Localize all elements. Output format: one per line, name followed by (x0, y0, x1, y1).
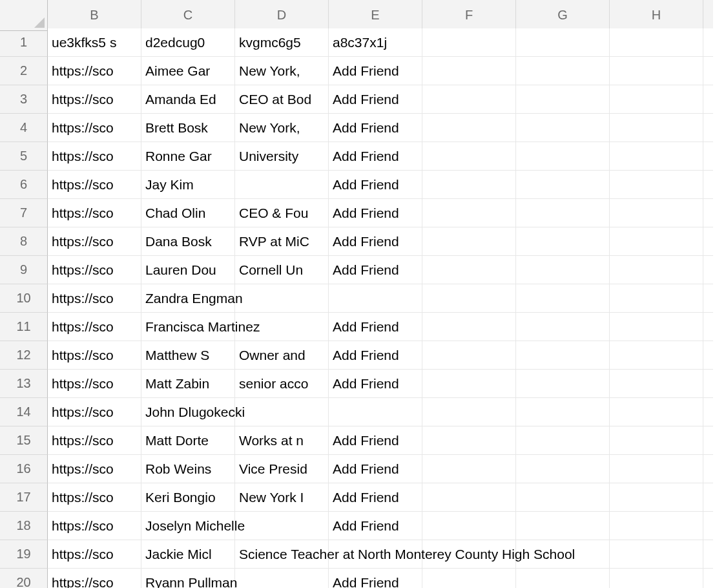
cell-C8[interactable]: Dana Bosk (141, 227, 235, 256)
cell-F9[interactable] (422, 256, 516, 284)
column-header-E[interactable]: E (329, 0, 422, 31)
cell-B16[interactable]: https://sco (48, 455, 141, 483)
row-header-18[interactable]: 18 (0, 512, 48, 540)
cell-H8[interactable] (610, 227, 703, 256)
cell-B17[interactable]: https://sco (48, 483, 141, 512)
column-header-C[interactable]: C (141, 0, 235, 31)
cell-G20[interactable] (516, 569, 610, 588)
cell-D13[interactable]: senior acco (235, 370, 329, 398)
cell-B18[interactable]: https://sco (48, 512, 141, 540)
cell-H19[interactable] (610, 540, 703, 569)
cell-C1[interactable]: d2edcug0 (141, 28, 235, 57)
cell-G17[interactable] (516, 483, 610, 512)
cell-B8[interactable]: https://sco (48, 227, 141, 256)
row-header-6[interactable]: 6 (0, 171, 48, 199)
cell-G7[interactable] (516, 199, 610, 227)
row-header-1[interactable]: 1 (0, 28, 48, 57)
cell-E7[interactable]: Add Friend (329, 199, 422, 227)
cell-H6[interactable] (610, 171, 703, 199)
cell-F14[interactable] (422, 398, 516, 426)
cell-B20[interactable]: https://sco (48, 569, 141, 588)
cell-G3[interactable] (516, 85, 610, 114)
row-header-11[interactable]: 11 (0, 313, 48, 341)
cell-C4[interactable]: Brett Bosk (141, 114, 235, 142)
cell-C17[interactable]: Keri Bongio (141, 483, 235, 512)
cell-B6[interactable]: https://sco (48, 171, 141, 199)
row-header-8[interactable]: 8 (0, 227, 48, 256)
cell-E14[interactable] (329, 398, 422, 426)
spreadsheet-grid[interactable]: BCDEFGH1ue3kfks5 sd2edcug0kvgmc6g5a8c37x… (0, 0, 726, 588)
cell-H11[interactable] (610, 313, 703, 341)
cell-B3[interactable]: https://sco (48, 85, 141, 114)
cell-F5[interactable] (422, 142, 516, 171)
cell-G2[interactable] (516, 57, 610, 85)
cell-F11[interactable] (422, 313, 516, 341)
cell-C19[interactable]: Jackie Micl (141, 540, 235, 569)
cell-G6[interactable] (516, 171, 610, 199)
cell-G15[interactable] (516, 426, 610, 455)
cell-G8[interactable] (516, 227, 610, 256)
cell-E13[interactable]: Add Friend (329, 370, 422, 398)
cell-G13[interactable] (516, 370, 610, 398)
column-header-F[interactable]: F (422, 0, 516, 31)
cell-G14[interactable] (516, 398, 610, 426)
cell-C7[interactable]: Chad Olin (141, 199, 235, 227)
cell-C9[interactable]: Lauren Dou (141, 256, 235, 284)
cell-F7[interactable] (422, 199, 516, 227)
cell-C2[interactable]: Aimee Gar (141, 57, 235, 85)
cell-D14[interactable] (235, 398, 329, 426)
row-header-10[interactable]: 10 (0, 284, 48, 313)
cell-E5[interactable]: Add Friend (329, 142, 422, 171)
cell-G10[interactable] (516, 284, 610, 313)
cell-D12[interactable]: Owner and (235, 341, 329, 370)
cell-D8[interactable]: RVP at MiC (235, 227, 329, 256)
cell-B13[interactable]: https://sco (48, 370, 141, 398)
cell-D4[interactable]: New York, (235, 114, 329, 142)
cell-D10[interactable] (235, 284, 329, 313)
cell-H13[interactable] (610, 370, 703, 398)
cell-G16[interactable] (516, 455, 610, 483)
row-header-19[interactable]: 19 (0, 540, 48, 569)
cell-D6[interactable] (235, 171, 329, 199)
cell-B11[interactable]: https://sco (48, 313, 141, 341)
cell-H12[interactable] (610, 341, 703, 370)
cell-H1[interactable] (610, 28, 703, 57)
cell-F2[interactable] (422, 57, 516, 85)
cell-F13[interactable] (422, 370, 516, 398)
cell-H15[interactable] (610, 426, 703, 455)
column-header-B[interactable]: B (48, 0, 141, 31)
select-all-corner[interactable] (0, 0, 48, 31)
cell-H2[interactable] (610, 57, 703, 85)
cell-F4[interactable] (422, 114, 516, 142)
cell-D17[interactable]: New York I (235, 483, 329, 512)
cell-H16[interactable] (610, 455, 703, 483)
cell-E4[interactable]: Add Friend (329, 114, 422, 142)
cell-C6[interactable]: Jay Kim (141, 171, 235, 199)
cell-F8[interactable] (422, 227, 516, 256)
cell-B14[interactable]: https://sco (48, 398, 141, 426)
row-header-14[interactable]: 14 (0, 398, 48, 426)
cell-D5[interactable]: University (235, 142, 329, 171)
row-header-13[interactable]: 13 (0, 370, 48, 398)
cell-C5[interactable]: Ronne Gar (141, 142, 235, 171)
cell-C11[interactable]: Francisca Martinez (141, 313, 235, 341)
cell-H17[interactable] (610, 483, 703, 512)
row-header-2[interactable]: 2 (0, 57, 48, 85)
cell-D1[interactable]: kvgmc6g5 (235, 28, 329, 57)
cell-F1[interactable] (422, 28, 516, 57)
cell-H4[interactable] (610, 114, 703, 142)
cell-C20[interactable]: Ryann Pullman (141, 569, 235, 588)
cell-E9[interactable]: Add Friend (329, 256, 422, 284)
cell-D2[interactable]: New York, (235, 57, 329, 85)
cell-B19[interactable]: https://sco (48, 540, 141, 569)
row-header-15[interactable]: 15 (0, 426, 48, 455)
cell-B12[interactable]: https://sco (48, 341, 141, 370)
cell-G4[interactable] (516, 114, 610, 142)
cell-D15[interactable]: Works at n (235, 426, 329, 455)
cell-D20[interactable] (235, 569, 329, 588)
cell-F12[interactable] (422, 341, 516, 370)
cell-E1[interactable]: a8c37x1j (329, 28, 422, 57)
cell-E15[interactable]: Add Friend (329, 426, 422, 455)
cell-G1[interactable] (516, 28, 610, 57)
cell-D16[interactable]: Vice Presid (235, 455, 329, 483)
